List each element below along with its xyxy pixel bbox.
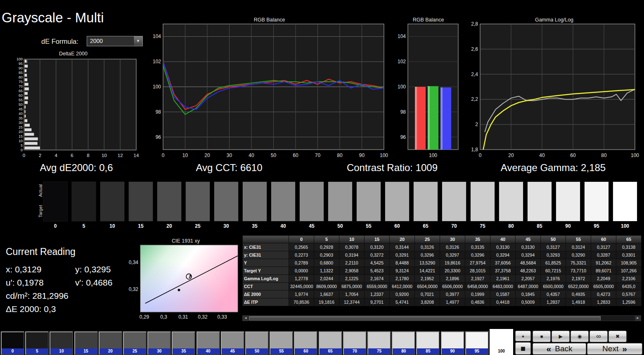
level-button-label: 95 — [466, 348, 488, 354]
swatch-level-label: 60 — [385, 223, 410, 229]
level-button-swatch — [26, 332, 48, 348]
cie-chart: 0,290,30,310,320,330,340,32 — [124, 243, 248, 331]
level-button-65[interactable]: 65 — [319, 331, 342, 355]
table-cell: 2,1225 — [339, 275, 365, 283]
swatch-color-block — [271, 181, 296, 222]
table-scrollbar[interactable]: ◄ ► — [242, 315, 641, 321]
loop-button[interactable]: ∞ — [590, 331, 608, 342]
record-button[interactable]: ◉ — [571, 331, 589, 342]
svg-text:0,3: 0,3 — [160, 314, 167, 320]
level-button-95[interactable]: 95 — [465, 331, 489, 355]
reading-x: x: 0,3129 — [6, 264, 41, 274]
swatch-level-label: 25 — [185, 223, 210, 229]
level-button-100[interactable]: 100 — [490, 329, 513, 355]
swatch-level-label: 65 — [413, 223, 438, 229]
svg-text:0,34: 0,34 — [129, 260, 139, 265]
level-button-swatch — [417, 332, 439, 348]
scroll-left-icon[interactable]: ◄ — [243, 316, 249, 321]
level-button-35[interactable]: 35 — [172, 331, 195, 355]
deltae-bar — [24, 110, 26, 113]
table-cell: 6487,0000 — [516, 283, 541, 291]
scrollbar-thumb[interactable] — [249, 316, 601, 320]
table-cell: 0,3130 — [490, 243, 516, 251]
deltae-chart-svg: 0246810121405101520253035404550556065707… — [8, 57, 140, 161]
level-button-60[interactable]: 60 — [294, 331, 317, 355]
table-cell: 0,6800 — [314, 259, 339, 267]
level-button-85[interactable]: 85 — [416, 331, 440, 355]
svg-text:55: 55 — [19, 98, 23, 102]
table-cell: 6483,0000 — [490, 283, 516, 291]
table-cell: 60,7215 — [541, 267, 566, 275]
display-mode-button[interactable]: ◼ — [515, 342, 531, 355]
level-button-70[interactable]: 70 — [343, 331, 367, 355]
de-formula-dropdown[interactable]: 2000 ▼ — [87, 36, 143, 46]
level-button-75[interactable]: 75 — [367, 331, 391, 355]
deltae-bar — [24, 101, 28, 104]
table-cell: 19,1816 — [314, 298, 339, 306]
next-button[interactable]: Next » — [587, 343, 642, 355]
stop-button[interactable]: ■ — [533, 331, 551, 342]
table-cell: 2,1961 — [490, 275, 516, 283]
swatch-level-label: 55 — [356, 223, 381, 229]
table-cell: 2,1896 — [440, 275, 465, 283]
table-cell: 0,4357 — [541, 291, 566, 298]
level-button-swatch — [368, 332, 390, 348]
level-button-40[interactable]: 40 — [197, 331, 220, 355]
back-button[interactable]: « Back — [533, 343, 586, 355]
avg-de2000-stat: Avg dE2000: 0,6 — [8, 162, 144, 174]
table-cell: 0,3290 — [566, 251, 591, 259]
level-button-label: 90 — [442, 348, 464, 354]
level-button-label: 20 — [99, 348, 121, 354]
level-button-25[interactable]: 25 — [123, 331, 147, 355]
svg-text:10: 10 — [182, 152, 188, 158]
svg-text:70: 70 — [315, 152, 321, 158]
svg-text:2,4: 2,4 — [471, 71, 478, 77]
level-button-5[interactable]: 5 — [25, 331, 49, 355]
level-button-55[interactable]: 55 — [270, 331, 293, 355]
expand-button[interactable]: ▲ — [515, 331, 531, 341]
dropdown-arrow-icon[interactable]: ▼ — [133, 36, 142, 46]
level-button-15[interactable]: 15 — [74, 331, 98, 355]
level-button-80[interactable]: 80 — [392, 331, 415, 355]
close-button[interactable]: ✖ — [608, 331, 627, 342]
contrast-ratio-stat: Contrast Ratio: 1009 — [326, 162, 458, 174]
table-cell: 0,3194 — [339, 251, 365, 259]
svg-text:0: 0 — [23, 153, 25, 158]
level-button-10[interactable]: 10 — [50, 331, 73, 355]
table-cell: 1,9774 — [289, 291, 314, 298]
swatch-level-label: 95 — [584, 223, 609, 229]
svg-text:2: 2 — [475, 122, 478, 127]
table-col-header-25: 25 — [415, 236, 440, 243]
svg-text:60: 60 — [570, 152, 576, 158]
table-row: Gamma Log/Log1,27782,02442,12252,16742,1… — [243, 275, 642, 283]
display-icon: ◼ — [521, 345, 526, 352]
play-button[interactable]: ▶ — [552, 331, 570, 342]
table-cell: 73,7710 — [566, 267, 591, 275]
table-cell: 61,8525 — [541, 259, 566, 267]
svg-text:0: 0 — [162, 152, 165, 158]
swatch-level-label: 75 — [470, 223, 495, 229]
svg-text:100: 100 — [17, 57, 23, 61]
level-button-90[interactable]: 90 — [441, 331, 464, 355]
level-button-45[interactable]: 45 — [221, 331, 244, 355]
level-button-30[interactable]: 30 — [147, 331, 171, 355]
level-button-label: 45 — [222, 348, 244, 354]
scroll-right-icon[interactable]: ► — [635, 316, 641, 321]
table-cell: 37,6056 — [490, 259, 516, 267]
swatch-level-label: 80 — [499, 223, 523, 229]
level-button-20[interactable]: 20 — [99, 331, 122, 355]
svg-text:6: 6 — [71, 153, 73, 158]
level-button-50[interactable]: 50 — [245, 331, 269, 355]
level-button-swatch — [124, 332, 146, 348]
svg-text:0,32: 0,32 — [129, 286, 139, 292]
table-cell: 0,7021 — [415, 291, 440, 298]
table-col-header-60: 60 — [591, 236, 616, 243]
svg-text:100: 100 — [429, 152, 437, 158]
level-button-swatch — [344, 332, 366, 348]
level-button-0[interactable]: 0 — [1, 331, 24, 355]
measurement-table: 05101520253035404550556065x: CIE310,2565… — [242, 235, 642, 306]
svg-text:100: 100 — [398, 84, 406, 90]
swatch-level-label: 50 — [328, 223, 353, 229]
grayscale-swatch-95: 95 — [584, 181, 609, 229]
level-button-swatch — [270, 332, 292, 348]
